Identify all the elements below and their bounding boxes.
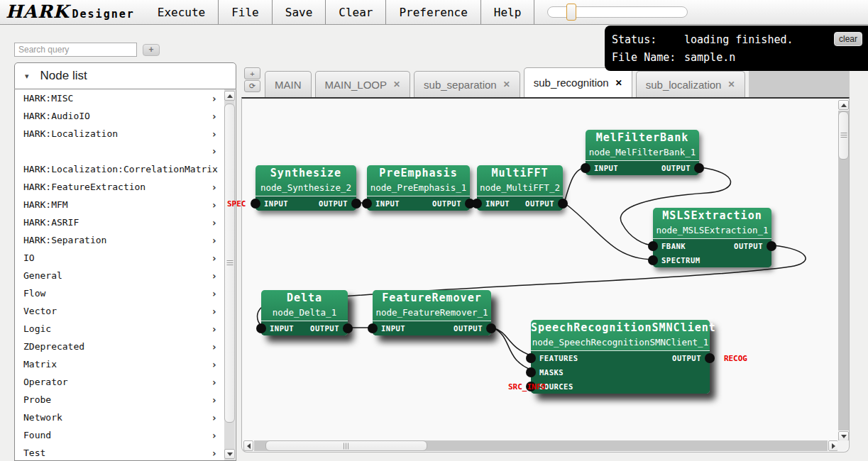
nodelist-item-vector[interactable]: Vector›	[15, 302, 236, 320]
scroll-down-icon	[227, 452, 233, 456]
reload-tab-button[interactable]: ⟳	[244, 80, 260, 92]
nodelist-item-hark-separation[interactable]: HARK:Separation›	[15, 231, 236, 249]
node-name: node_Synthesize_2	[256, 182, 356, 194]
chevron-right-icon: ›	[211, 306, 217, 317]
input-port[interactable]	[581, 163, 590, 173]
nodelist-item-operator[interactable]: Operator›	[15, 373, 236, 391]
nodelist-item-hark-localization-correlationmatrix[interactable]: ›HARK:Localization:CorrelationMatrix	[15, 143, 236, 178]
nodelist-item-matrix[interactable]: Matrix›	[15, 355, 236, 373]
nodelist-item-found[interactable]: Found›	[15, 426, 236, 444]
node-synthesize[interactable]: Synthesize node_Synthesize_2 SPEC INPUT …	[256, 165, 356, 211]
node-multifft[interactable]: MultiFFT node_MultiFFT_2 INPUT OUTPUT	[477, 165, 563, 211]
scrollbar-corner	[837, 440, 848, 451]
chevron-right-icon: ›	[211, 252, 217, 264]
node-name: node_MSLSExtraction_1	[653, 224, 771, 237]
menu-help[interactable]: Help	[481, 0, 535, 24]
node-delta[interactable]: Delta node_Delta_1 INPUT OUTPUT	[261, 290, 348, 335]
scroll-up-button[interactable]	[838, 100, 849, 110]
scroll-right-icon	[832, 443, 835, 449]
tab-sub-recognition[interactable]: sub_recognition✕	[524, 67, 632, 97]
wire-featureremover-masks	[493, 328, 532, 370]
output-port[interactable]	[767, 241, 776, 251]
chevron-right-icon: ›	[211, 235, 217, 246]
menubar: HARK Designer Execute File Save Clear Pr…	[0, 0, 868, 25]
scrollbar-thumb[interactable]	[224, 104, 235, 423]
nodelist-item-probe[interactable]: Probe›	[15, 391, 236, 409]
status-overlay: Status: loading finished. File Name: sam…	[605, 26, 868, 71]
output-port[interactable]	[351, 199, 361, 209]
node-speechrecognitionsmnclient[interactable]: SpeechRecognitionSMNClient node_SpeechRe…	[531, 320, 710, 394]
scroll-down-button[interactable]	[224, 449, 235, 459]
wire-featureremover-features	[493, 328, 532, 356]
node-name: node_SpeechRecognitionSMNClient_1	[531, 336, 710, 349]
nodelist-item-hark-audioio[interactable]: HARK:AudioIO›	[15, 107, 236, 125]
search-input[interactable]	[14, 43, 137, 57]
nodelist-item-hark-featureextraction[interactable]: HARK:FeatureExtraction›	[15, 178, 236, 196]
collapse-caret-icon[interactable]: ▾	[25, 72, 29, 81]
nodelist-item-io[interactable]: IO›	[15, 249, 236, 267]
node-melfilterbank[interactable]: MelFilterBank node_MelFilterBank_1 INPUT…	[586, 130, 699, 175]
zoom-slider[interactable]	[547, 6, 688, 18]
menu-execute[interactable]: Execute	[145, 0, 219, 24]
nodelist-item-hark-localization[interactable]: HARK:Localization›	[15, 125, 236, 143]
scroll-left-button[interactable]	[243, 440, 253, 451]
output-port[interactable]	[558, 199, 568, 209]
add-tab-button[interactable]: +	[244, 67, 260, 79]
input-port[interactable]	[251, 199, 260, 209]
output-port[interactable]	[705, 353, 715, 363]
nodelist-item-general[interactable]: General›	[15, 267, 236, 284]
input-port[interactable]	[256, 323, 266, 333]
menu-save[interactable]: Save	[273, 0, 326, 24]
nodelist-item-hark-mfm[interactable]: HARK:MFM›	[15, 196, 236, 213]
features-port[interactable]	[526, 353, 536, 363]
search-add-button[interactable]: +	[143, 44, 160, 56]
flow-canvas[interactable]: Synthesize node_Synthesize_2 SPEC INPUT …	[241, 97, 850, 452]
input-port[interactable]	[368, 323, 378, 333]
nodelist-item-zdeprecated[interactable]: ZDeprecated›	[15, 338, 236, 355]
nodelist-item-logic[interactable]: Logic›	[15, 320, 236, 338]
tab-sub-separation[interactable]: sub_separation✕	[414, 71, 520, 97]
close-tab-icon[interactable]: ✕	[503, 79, 510, 89]
menu-file[interactable]: File	[219, 0, 273, 24]
node-preemphasis[interactable]: PreEmphasis node_PreEmphasis_1 INPUT OUT…	[367, 165, 470, 211]
input-port[interactable]	[472, 199, 482, 209]
menu-clear[interactable]: Clear	[326, 0, 386, 24]
tab-sub-localization[interactable]: sub_localization✕	[636, 71, 745, 97]
node-list-header[interactable]: ▾ Node list	[14, 62, 236, 89]
node-name: node_MultiFFT_2	[477, 182, 563, 194]
close-tab-icon[interactable]: ✕	[393, 79, 400, 89]
node-featureremover[interactable]: FeatureRemover node_FeatureRemover_1 INP…	[373, 290, 491, 335]
scrollbar-grip-icon	[840, 133, 847, 138]
nodelist-item-hark-misc[interactable]: HARK:MISC›	[15, 89, 236, 107]
output-port[interactable]	[343, 323, 353, 333]
nodelist-item-hark-asrif[interactable]: HARK:ASRIF›	[15, 213, 236, 231]
scrollbar-thumb[interactable]	[265, 440, 427, 451]
tab-main[interactable]: MAIN	[265, 71, 312, 97]
node-mslsextraction[interactable]: MSLSExtraction node_MSLSExtraction_1 FBA…	[653, 208, 771, 267]
zoom-slider-handle[interactable]	[566, 4, 576, 21]
tab-main-loop[interactable]: MAIN_LOOP✕	[315, 71, 411, 97]
node-name: node_PreEmphasis_1	[367, 182, 470, 194]
output-port[interactable]	[694, 163, 704, 173]
input-port[interactable]	[362, 199, 372, 209]
fbank-port[interactable]	[648, 241, 658, 251]
sidebar-scrollbar[interactable]	[224, 89, 235, 460]
status-clear-button[interactable]: clear	[834, 32, 862, 46]
scroll-right-button[interactable]	[828, 440, 838, 451]
scrollbar-thumb[interactable]	[838, 111, 849, 160]
scroll-up-button[interactable]	[224, 91, 235, 101]
chevron-right-icon: ›	[211, 394, 217, 406]
close-tab-icon[interactable]: ✕	[727, 79, 735, 89]
scroll-down-button[interactable]	[838, 431, 849, 441]
menu-preference[interactable]: Preference	[386, 0, 480, 24]
canvas-horizontal-scrollbar[interactable]	[243, 440, 839, 451]
nodelist-item-network[interactable]: Network›	[15, 409, 236, 426]
nodelist-item-flow[interactable]: Flow›	[15, 284, 236, 302]
output-port[interactable]	[486, 323, 496, 333]
spectrum-port[interactable]	[648, 255, 658, 265]
canvas-vertical-scrollbar[interactable]	[838, 99, 849, 442]
close-tab-icon[interactable]: ✕	[615, 78, 622, 88]
nodelist-item-test[interactable]: Test›	[15, 444, 236, 461]
masks-port[interactable]	[526, 367, 536, 377]
node-name: node_Delta_1	[261, 306, 348, 319]
